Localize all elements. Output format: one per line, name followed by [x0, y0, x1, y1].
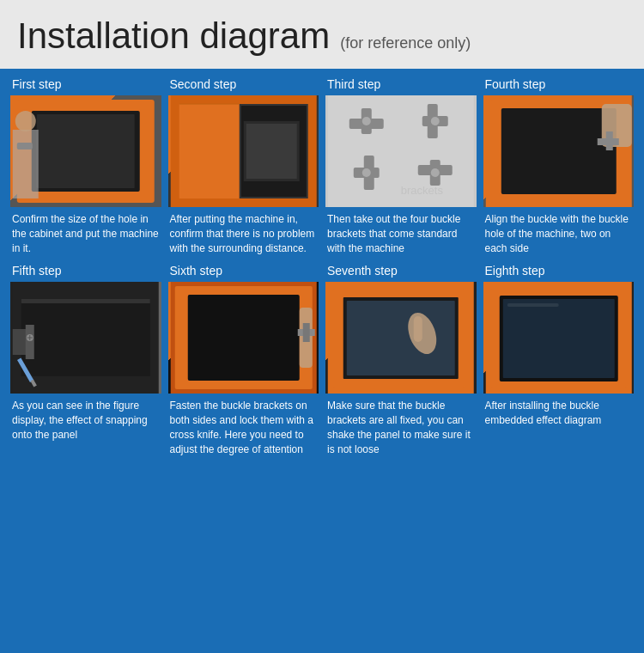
page-title: Installation diagram [17, 15, 330, 57]
step-2-image [168, 95, 319, 207]
step-2-label: Second step [168, 77, 319, 91]
svg-rect-48 [302, 323, 309, 342]
svg-rect-32 [605, 131, 612, 150]
step-card-7: Seventh step Make sure that the buckle b… [325, 264, 477, 456]
step-1-image [10, 95, 161, 207]
svg-point-4 [15, 111, 36, 131]
content-area: First step Confirm the size of the hole … [0, 69, 644, 478]
step-8-label: Eighth step [483, 264, 635, 278]
svg-rect-59 [507, 303, 558, 307]
steps-row-2: Fifth step [10, 264, 634, 456]
svg-rect-54 [414, 316, 422, 342]
step-3-desc: Then take out the four buckle brackets t… [325, 212, 477, 255]
step-2-desc: After putting the machine in, confirm th… [168, 212, 319, 255]
step-5-label: Fifth step [10, 264, 161, 278]
svg-rect-29 [501, 108, 616, 194]
svg-rect-35 [21, 299, 150, 303]
svg-rect-7 [179, 104, 239, 198]
step-card-5: Fifth step [10, 264, 161, 456]
svg-rect-12 [246, 124, 296, 179]
step-7-image [325, 282, 477, 394]
svg-rect-3 [13, 130, 39, 198]
step-card-4: Fourth step Align the buckle with the bu… [483, 77, 635, 255]
step-7-desc: Make sure that the buckle brackets are a… [325, 399, 477, 456]
step-1-desc: Confirm the size of the hole in the cabi… [10, 212, 161, 255]
svg-point-19 [431, 117, 440, 125]
svg-rect-37 [26, 325, 34, 359]
step-card-8: Eighth step After installing the buckle … [483, 264, 635, 456]
svg-point-16 [362, 117, 371, 125]
page-subtitle: (for reference only) [340, 34, 471, 52]
step-card-6: Sixth step Fasten the buckle brackets on… [168, 264, 319, 456]
step-7-label: Seventh step [325, 264, 477, 278]
steps-row-1: First step Confirm the size of the hole … [10, 77, 634, 255]
step-6-image [168, 282, 319, 394]
svg-rect-34 [21, 299, 150, 376]
step-card-2: Second step After putting the machine in… [168, 77, 319, 255]
step-5-image [10, 282, 161, 394]
step-6-label: Sixth step [168, 264, 319, 278]
step-4-image [483, 95, 635, 207]
svg-text:brackets: brackets [401, 184, 444, 197]
svg-rect-2 [37, 114, 135, 188]
step-4-desc: Align the buckle with the buckle hole of… [483, 212, 635, 255]
step-5-desc: As you can see in the figure display, th… [10, 399, 161, 442]
step-8-image [483, 282, 635, 394]
step-4-label: Fourth step [483, 77, 635, 91]
svg-point-22 [362, 168, 371, 177]
step-8-desc: After installing the buckle embedded eff… [483, 399, 635, 428]
step-1-label: First step [10, 77, 161, 91]
svg-rect-52 [347, 301, 455, 375]
step-card-3: Third step [325, 77, 477, 255]
svg-point-25 [431, 168, 440, 177]
header: Installation diagram (for reference only… [0, 0, 644, 69]
step-card-1: First step Confirm the size of the hole … [10, 77, 161, 255]
step-3-label: Third step [325, 77, 477, 91]
svg-rect-58 [502, 299, 614, 378]
step-3-image: brackets [325, 95, 477, 207]
step-6-desc: Fasten the buckle brackets on both sides… [168, 399, 319, 456]
svg-rect-5 [17, 143, 33, 150]
svg-rect-45 [187, 295, 299, 381]
